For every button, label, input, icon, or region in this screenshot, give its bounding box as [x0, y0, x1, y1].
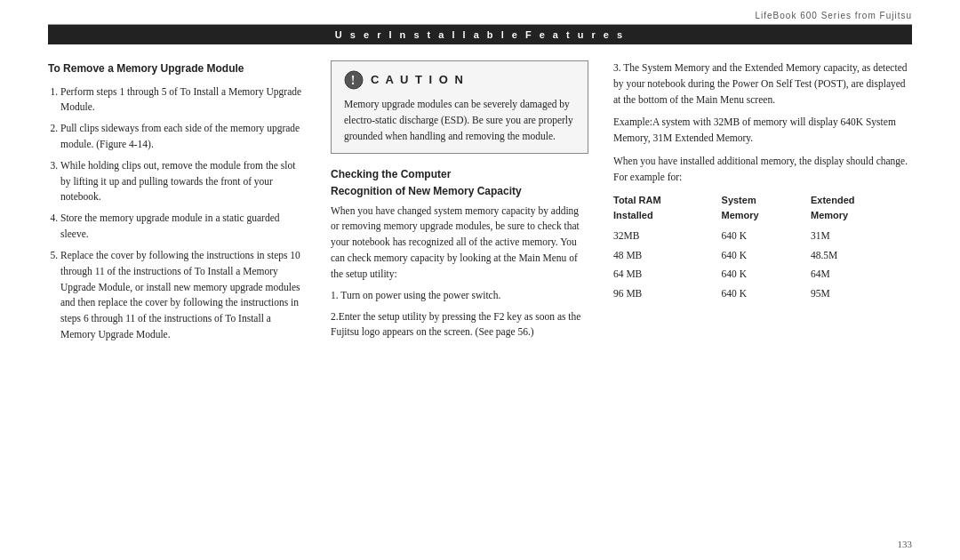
- checking-heading1: Checking the Computer Recognition of New…: [331, 166, 588, 199]
- table-row: 32MB640 K31M: [613, 227, 912, 246]
- middle-column: ! C A U T I O N Memory upgrade modules c…: [331, 60, 588, 532]
- caution-icon: !: [344, 70, 364, 90]
- list-item: While holding clips out, remove the modu…: [60, 158, 306, 205]
- table-header-row: Total RAMInstalled SystemMemory Extended…: [613, 193, 912, 227]
- page-number: 133: [898, 539, 913, 549]
- table-cell: 95M: [811, 284, 912, 304]
- table-row: 48 MB640 K48.5M: [613, 246, 912, 266]
- page: LifeBook 600 Series from Fujitsu U s e r…: [0, 0, 960, 560]
- table-cell: 96 MB: [613, 284, 722, 304]
- checking-para1: When you have changed system memory capa…: [331, 204, 588, 283]
- section-bar-label: U s e r I n s t a l l a b l e F e a t u …: [335, 29, 625, 40]
- caution-header: ! C A U T I O N: [344, 70, 575, 90]
- header-title: LifeBook 600 Series from Fujitsu: [755, 11, 912, 20]
- checking-para3: 2.Enter the setup utility by pressing th…: [331, 309, 588, 341]
- table-cell: 640 K: [722, 265, 811, 284]
- main-content: To Remove a Memory Upgrade Module Perfor…: [48, 60, 912, 532]
- table-cell: 640 K: [722, 246, 811, 266]
- table-cell: 640 K: [722, 284, 811, 304]
- right-para1: 3. The System Memory and the Extended Me…: [613, 60, 912, 108]
- ram-table: Total RAMInstalled SystemMemory Extended…: [613, 193, 912, 304]
- col-header-extended-memory: ExtendedMemory: [811, 193, 912, 227]
- remove-module-heading: To Remove a Memory Upgrade Module: [48, 60, 306, 77]
- table-cell: 48 MB: [613, 246, 722, 266]
- table-cell: 640 K: [722, 227, 811, 246]
- section-bar: U s e r I n s t a l l a b l e F e a t u …: [48, 25, 912, 44]
- table-cell: 48.5M: [811, 246, 912, 266]
- list-item: Replace the cover by following the instr…: [60, 248, 306, 343]
- right-para3: When you have installed additional memor…: [613, 154, 912, 186]
- remove-steps-list: Perform steps 1 through 5 of To Install …: [48, 84, 306, 343]
- list-item: Store the memory upgrade module in a sta…: [60, 211, 306, 243]
- left-column: To Remove a Memory Upgrade Module Perfor…: [48, 60, 306, 532]
- checking-para2: 1. Turn on power using the power switch.: [331, 288, 588, 304]
- table-cell: 64M: [811, 265, 912, 284]
- caution-box: ! C A U T I O N Memory upgrade modules c…: [331, 60, 588, 154]
- caution-label: C A U T I O N: [371, 71, 465, 89]
- right-column: 3. The System Memory and the Extended Me…: [613, 60, 912, 532]
- page-header: LifeBook 600 Series from Fujitsu: [48, 0, 912, 25]
- svg-text:!: !: [351, 74, 357, 87]
- col-header-total-ram: Total RAMInstalled: [613, 193, 722, 227]
- table-row: 64 MB640 K64M: [613, 265, 912, 284]
- list-item: Pull clips sideways from each side of th…: [60, 121, 306, 153]
- table-cell: 31M: [811, 227, 912, 246]
- col-header-system-memory: SystemMemory: [722, 193, 811, 227]
- right-para2: Example:A system with 32MB of memory wil…: [613, 115, 912, 147]
- table-cell: 64 MB: [613, 265, 722, 284]
- list-item: Perform steps 1 through 5 of To Install …: [60, 84, 306, 116]
- table-row: 96 MB640 K95M: [613, 284, 912, 304]
- table-cell: 32MB: [613, 227, 722, 246]
- caution-text: Memory upgrade modules can be severely d…: [344, 97, 575, 144]
